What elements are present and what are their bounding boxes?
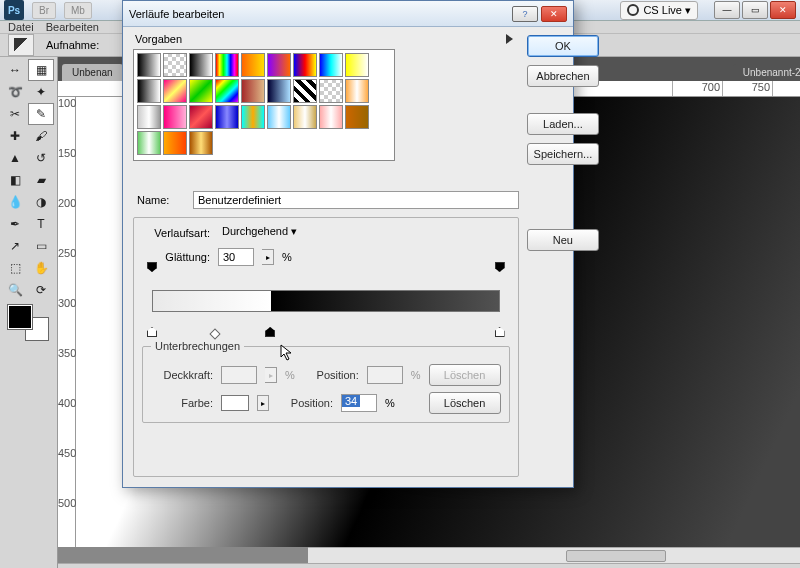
gradient-tool[interactable]: ▰ [28, 169, 54, 191]
cslive-icon [627, 4, 639, 16]
loeschen-button-2[interactable]: Löschen [429, 392, 501, 414]
dialog-close-button[interactable]: ✕ [541, 6, 567, 22]
preset-swatch[interactable] [215, 53, 239, 77]
maximize-button[interactable]: ▭ [742, 1, 768, 19]
preset-swatch[interactable] [293, 53, 317, 77]
ok-button[interactable]: OK [527, 35, 600, 57]
preset-swatch[interactable] [241, 79, 265, 103]
bridge-tab[interactable]: Br [32, 2, 56, 19]
scrollbar-horizontal[interactable] [308, 547, 800, 563]
position-label-1: Position: [303, 369, 359, 381]
preset-swatch[interactable] [293, 105, 317, 129]
preset-swatch[interactable] [137, 131, 161, 155]
preset-swatch[interactable] [215, 105, 239, 129]
color-stop-active[interactable] [265, 327, 275, 337]
preset-swatch[interactable] [189, 105, 213, 129]
dodge-tool[interactable]: ◑ [28, 191, 54, 213]
preset-swatch[interactable] [319, 53, 343, 77]
preset-swatch[interactable] [267, 53, 291, 77]
tab-unbenannt2[interactable]: Unbenannt-2.p [733, 64, 800, 81]
gradient-preview-bar[interactable] [152, 290, 500, 312]
preset-swatch[interactable] [293, 79, 317, 103]
name-input[interactable] [193, 191, 519, 209]
preset-swatch[interactable] [163, 105, 187, 129]
preset-swatch[interactable] [267, 105, 291, 129]
preset-swatch[interactable] [137, 79, 161, 103]
presets-menu-icon[interactable] [506, 34, 513, 44]
verlaufsart-select[interactable]: Durchgehend ▾ [218, 224, 301, 242]
color-stop-right[interactable] [495, 327, 505, 337]
midpoint-marker[interactable] [209, 328, 220, 339]
hand-tool[interactable]: ✋ [28, 257, 54, 279]
preset-swatch[interactable] [189, 131, 213, 155]
preset-swatch[interactable] [137, 105, 161, 129]
unterbrechungen-label: Unterbrechungen [151, 340, 244, 352]
rotate-tool[interactable]: ⟳ [28, 279, 54, 301]
preset-swatch[interactable] [319, 105, 343, 129]
color-stop-left[interactable] [147, 327, 157, 337]
dialog-help-button[interactable]: ? [512, 6, 538, 22]
preset-swatch[interactable] [319, 79, 343, 103]
preset-swatch[interactable] [163, 79, 187, 103]
farbe-label: Farbe: [151, 397, 213, 409]
3d-tool[interactable]: ⬚ [2, 257, 28, 279]
color-well[interactable] [221, 395, 249, 411]
glattung-input[interactable] [218, 248, 254, 266]
brush-tool[interactable]: 🖌 [28, 125, 54, 147]
preset-swatch[interactable] [241, 53, 265, 77]
marquee-tool[interactable]: ▦ [28, 59, 54, 81]
gradient-bar-editor[interactable] [142, 274, 510, 326]
lasso-tool[interactable]: ➰ [2, 81, 28, 103]
preset-swatch[interactable] [241, 105, 265, 129]
close-button[interactable]: ✕ [770, 1, 796, 19]
color-swatch[interactable] [8, 305, 49, 341]
presets-grid[interactable] [133, 49, 395, 161]
opacity-stop-left[interactable] [147, 262, 157, 272]
pen-tool[interactable]: ✒ [2, 213, 28, 235]
heal-tool[interactable]: ✚ [2, 125, 28, 147]
cancel-button[interactable]: Abbrechen [527, 65, 600, 87]
type-tool[interactable]: T [28, 213, 54, 235]
eyedropper-tool[interactable]: ✎ [28, 103, 54, 125]
name-label: Name: [137, 194, 185, 206]
eraser-tool[interactable]: ◧ [2, 169, 28, 191]
preset-swatch[interactable] [215, 79, 239, 103]
history-brush-tool[interactable]: ↺ [28, 147, 54, 169]
position-input-2[interactable]: 34 [341, 394, 377, 412]
crop-tool[interactable]: ✂ [2, 103, 28, 125]
preset-swatch[interactable] [345, 79, 369, 103]
preset-swatch[interactable] [345, 105, 369, 129]
color-menu[interactable]: ▸ [257, 395, 269, 411]
move-tool[interactable]: ↔ [2, 59, 28, 81]
menu-bearbeiten[interactable]: Bearbeiten [46, 21, 99, 33]
preset-swatch[interactable] [189, 53, 213, 77]
active-tool-icon[interactable] [8, 34, 34, 56]
preset-swatch[interactable] [163, 53, 187, 77]
preset-swatch[interactable] [189, 79, 213, 103]
save-button[interactable]: Speichern... [527, 143, 600, 165]
position-label-2: Position: [277, 397, 333, 409]
preset-swatch[interactable] [163, 131, 187, 155]
preset-swatch[interactable] [267, 79, 291, 103]
deckkraft-label: Deckkraft: [151, 369, 213, 381]
presets-label: Vorgaben [135, 33, 182, 45]
cslive-button[interactable]: CS Live ▾ [620, 1, 698, 20]
minimize-button[interactable]: — [714, 1, 740, 19]
blur-tool[interactable]: 💧 [2, 191, 28, 213]
tab-unbenannt1[interactable]: Unbenan [62, 64, 123, 81]
path-tool[interactable]: ↗ [2, 235, 28, 257]
wand-tool[interactable]: ✦ [28, 81, 54, 103]
glattung-stepper[interactable]: ▸ [262, 249, 274, 265]
stamp-tool[interactable]: ▲ [2, 147, 28, 169]
zoom-tool[interactable]: 🔍 [2, 279, 28, 301]
dialog-title: Verläufe bearbeiten [129, 8, 224, 20]
minibridge-tab[interactable]: Mb [64, 2, 92, 19]
menu-datei[interactable]: Datei [8, 21, 34, 33]
shape-tool[interactable]: ▭ [28, 235, 54, 257]
dialog-titlebar[interactable]: Verläufe bearbeiten ? ✕ [123, 1, 573, 27]
load-button[interactable]: Laden... [527, 113, 600, 135]
opacity-stop-right[interactable] [495, 262, 505, 272]
preset-swatch[interactable] [345, 53, 369, 77]
preset-swatch[interactable] [137, 53, 161, 77]
neu-button[interactable]: Neu [527, 229, 600, 251]
